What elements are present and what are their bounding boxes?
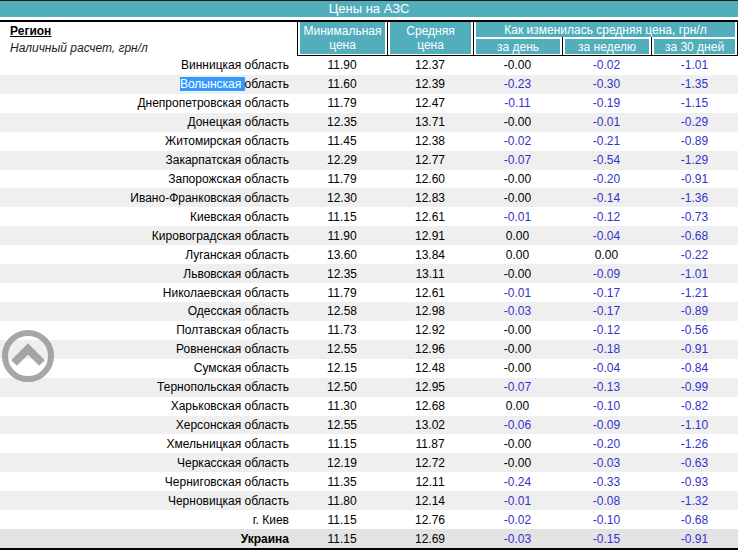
region-cell[interactable]: Днепропетровская область	[0, 94, 297, 113]
table-row: Запорожская область 11.79 12.60 -0.00 -0…	[0, 170, 738, 189]
change-day-cell: -0.23	[473, 75, 562, 94]
region-cell[interactable]: Одесская область	[0, 302, 297, 321]
min-price-cell: 12.19	[297, 453, 387, 472]
region-cell[interactable]: г. Киев	[0, 510, 297, 529]
min-price-cell: 11.15	[297, 207, 387, 226]
change-week-cell: -0.10	[562, 510, 651, 529]
change-week-cell: -0.19	[562, 94, 651, 113]
change-month-cell: -1.29	[651, 151, 738, 170]
change-month-cell: -0.93	[651, 472, 738, 491]
change-day-cell: -0.06	[473, 416, 562, 435]
table-row: Хмельницкая область 11.15 11.87 -0.00 -0…	[0, 434, 738, 453]
scroll-to-top-button[interactable]	[1, 329, 55, 383]
column-header-change-week: за неделю	[565, 39, 649, 54]
table-row: г. Киев 11.15 12.76 -0.02 -0.10 -0.68	[0, 510, 738, 529]
avg-price-cell: 12.14	[387, 491, 473, 510]
min-price-cell: 11.45	[297, 132, 387, 151]
change-week-cell: 0.00	[562, 245, 651, 264]
change-month-cell: -0.82	[651, 397, 738, 416]
region-cell[interactable]: Херсонская область	[0, 416, 297, 435]
change-day-cell: -0.00	[473, 321, 562, 340]
change-week-cell: -0.13	[562, 378, 651, 397]
change-day-cell: -0.00	[473, 453, 562, 472]
change-day-cell: 0.00	[473, 245, 562, 264]
region-cell[interactable]: Луганская область	[0, 245, 297, 264]
region-cell[interactable]: Запорожская область	[0, 170, 297, 189]
table-row: Украина 11.15 12.69 -0.03 -0.15 -0.91	[0, 529, 738, 548]
min-price-cell: 11.90	[297, 56, 387, 75]
change-month-cell: -1.01	[651, 56, 738, 75]
table-row: Винницкая область 11.90 12.37 -0.00 -0.0…	[0, 56, 738, 75]
change-day-cell: -0.00	[473, 188, 562, 207]
change-day-cell: -0.01	[473, 283, 562, 302]
change-month-cell: -0.89	[651, 132, 738, 151]
table-row: Житомирская область 11.45 12.38 -0.02 -0…	[0, 132, 738, 151]
chevron-up-circle-icon	[5, 333, 51, 379]
change-week-cell: -0.20	[562, 434, 651, 453]
change-week-cell: -0.10	[562, 397, 651, 416]
change-week-cell: -0.30	[562, 75, 651, 94]
region-cell[interactable]: Николаевская область	[0, 283, 297, 302]
change-day-cell: -0.00	[473, 113, 562, 132]
column-header-avg-price: Средняя цена	[390, 22, 471, 54]
change-week-cell: -0.54	[562, 151, 651, 170]
min-price-cell: 11.79	[297, 94, 387, 113]
change-day-cell: -0.00	[473, 359, 562, 378]
avg-price-cell: 12.69	[387, 529, 473, 548]
change-day-cell: 0.00	[473, 226, 562, 245]
change-month-cell: -1.15	[651, 94, 738, 113]
change-month-cell: -0.22	[651, 245, 738, 264]
change-day-cell: -0.03	[473, 529, 562, 548]
min-price-cell: 12.55	[297, 416, 387, 435]
region-cell[interactable]: Львовская область	[0, 264, 297, 283]
min-price-cell: 11.30	[297, 397, 387, 416]
column-header-min-price: Минимальная цена	[300, 22, 385, 54]
region-cell[interactable]: Черновицкая область	[0, 491, 297, 510]
change-month-cell: -0.63	[651, 453, 738, 472]
region-cell[interactable]: Винницкая область	[0, 56, 297, 75]
region-cell[interactable]: Киевская область	[0, 207, 297, 226]
avg-price-cell: 12.76	[387, 510, 473, 529]
region-cell[interactable]: Ивано-Франковская область	[0, 188, 297, 207]
region-cell[interactable]: Черниговская область	[0, 472, 297, 491]
region-cell[interactable]: Житомирская область	[0, 132, 297, 151]
change-week-cell: -0.12	[562, 321, 651, 340]
avg-price-cell: 12.68	[387, 397, 473, 416]
change-week-cell: -0.09	[562, 264, 651, 283]
table-row: Волынская область 11.60 12.39 -0.23 -0.3…	[0, 75, 738, 94]
region-cell[interactable]: Хмельницкая область	[0, 434, 297, 453]
table-row: Днепропетровская область 11.79 12.47 -0.…	[0, 94, 738, 113]
fuel-price-table-page: Цены на АЗС Регион Наличный расчет, грн/…	[0, 0, 738, 550]
change-day-cell: -0.01	[473, 491, 562, 510]
min-price-cell: 12.50	[297, 378, 387, 397]
change-week-cell: -0.18	[562, 340, 651, 359]
region-column-header: Регион Наличный расчет, грн/л	[0, 22, 296, 55]
min-price-cell: 11.73	[297, 321, 387, 340]
min-price-cell: 12.35	[297, 113, 387, 132]
region-cell[interactable]: Волынская область	[0, 75, 297, 94]
region-cell[interactable]: Черкасская область	[0, 453, 297, 472]
region-cell[interactable]: Украина	[0, 529, 297, 548]
avg-price-cell: 13.71	[387, 113, 473, 132]
min-price-cell: 11.90	[297, 226, 387, 245]
region-cell[interactable]: Кировоградская область	[0, 226, 297, 245]
avg-price-cell: 13.84	[387, 245, 473, 264]
change-month-cell: -1.32	[651, 491, 738, 510]
table-row: Луганская область 13.60 13.84 0.00 0.00 …	[0, 245, 738, 264]
region-cell[interactable]: Закарпатская область	[0, 151, 297, 170]
min-price-cell: 11.80	[297, 491, 387, 510]
avg-price-cell: 12.95	[387, 378, 473, 397]
column-header-change-day: за день	[476, 39, 560, 54]
avg-price-cell: 12.98	[387, 302, 473, 321]
table-row: Ровненская область 12.55 12.96 -0.00 -0.…	[0, 340, 738, 359]
change-month-cell: -0.91	[651, 340, 738, 359]
table-row: Киевская область 11.15 12.61 -0.01 -0.12…	[0, 207, 738, 226]
table-row: Полтавская область 11.73 12.92 -0.00 -0.…	[0, 321, 738, 340]
region-cell[interactable]: Харьковская область	[0, 397, 297, 416]
change-month-cell: -1.10	[651, 416, 738, 435]
table-row: Херсонская область 12.55 13.02 -0.06 -0.…	[0, 416, 738, 435]
change-day-cell: -0.11	[473, 94, 562, 113]
region-cell[interactable]: Донецкая область	[0, 113, 297, 132]
table-row: Харьковская область 11.30 12.68 0.00 -0.…	[0, 397, 738, 416]
avg-price-cell: 12.83	[387, 188, 473, 207]
